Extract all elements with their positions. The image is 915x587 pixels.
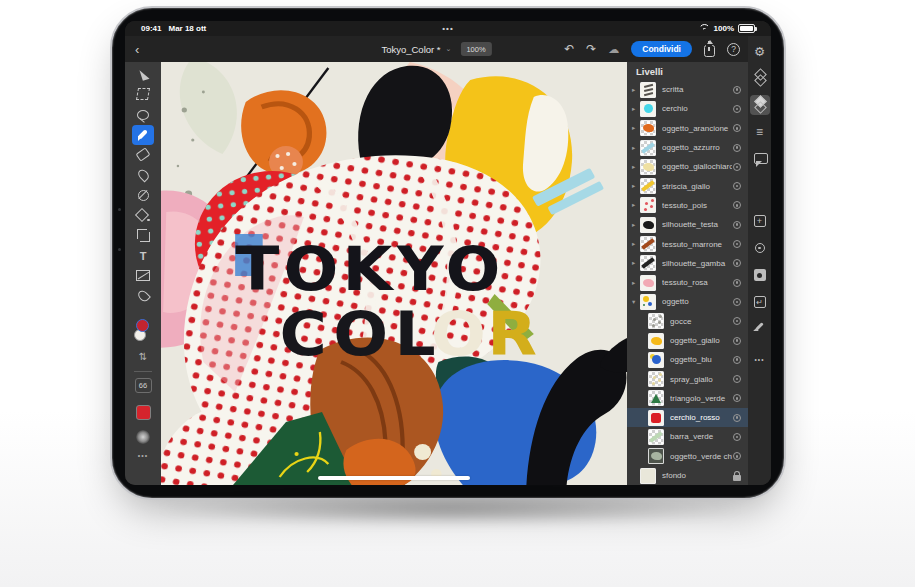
eyedropper-tool[interactable] bbox=[132, 286, 154, 306]
comments-icon[interactable] bbox=[750, 149, 770, 169]
move-tool[interactable] bbox=[132, 64, 154, 84]
lasso-tool[interactable] bbox=[132, 104, 154, 124]
visibility-eye-icon[interactable] bbox=[732, 239, 742, 249]
disclosure-icon[interactable]: ▸ bbox=[632, 105, 640, 113]
disclosure-icon[interactable]: ▸ bbox=[632, 163, 640, 171]
brush-preview[interactable] bbox=[136, 430, 150, 444]
layer-row-oggetto[interactable]: ▾oggetto bbox=[627, 292, 748, 311]
title-chevron-down-icon[interactable]: ⌄ bbox=[446, 45, 452, 53]
visibility-eye-icon[interactable] bbox=[732, 297, 742, 307]
layer-row-cerchio-rosso[interactable]: cerchio_rosso bbox=[627, 408, 748, 427]
thumbnail-shape bbox=[653, 318, 656, 321]
visibility-eye-icon[interactable] bbox=[732, 278, 742, 288]
layer-row-sfondo[interactable]: sfondo bbox=[627, 466, 748, 485]
multitask-dots-icon[interactable]: ••• bbox=[442, 24, 453, 33]
frame-tool[interactable] bbox=[132, 266, 154, 286]
layer-row-oggetto-verde-chiaro[interactable]: oggetto_verde chiaro bbox=[627, 447, 748, 466]
home-indicator[interactable] bbox=[318, 476, 470, 481]
toolbar-more-icon[interactable]: ••• bbox=[138, 452, 148, 459]
add-layer-icon[interactable]: + bbox=[750, 211, 770, 231]
layer-row-silhouette-gamba[interactable]: ▸silhouette_gamba bbox=[627, 254, 748, 273]
canvas[interactable]: TOKYO COL O R bbox=[161, 62, 627, 485]
export-share-icon[interactable] bbox=[704, 45, 715, 57]
foreground-color-swatch[interactable] bbox=[136, 319, 149, 332]
clip-mask-icon[interactable] bbox=[750, 319, 770, 339]
visibility-eye-icon[interactable] bbox=[732, 181, 742, 191]
disclosure-icon[interactable]: ▸ bbox=[632, 240, 640, 248]
disclosure-icon[interactable]: ▸ bbox=[632, 144, 640, 152]
adjustments-icon[interactable]: ≡ bbox=[750, 122, 770, 142]
layer-row-oggetto-azzurro[interactable]: ▸oggetto_azzurro bbox=[627, 138, 748, 157]
layer-row-oggetto-giallochiaro[interactable]: ▸oggetto_giallochiaro bbox=[627, 157, 748, 176]
visibility-eye-icon[interactable] bbox=[732, 104, 742, 114]
brush-tool[interactable] bbox=[132, 125, 154, 145]
disclosure-icon[interactable]: ▾ bbox=[632, 298, 640, 306]
visibility-eye-icon[interactable] bbox=[732, 316, 742, 326]
disclosure-icon[interactable]: ▸ bbox=[632, 124, 640, 132]
layer-visibility-icon[interactable] bbox=[750, 238, 770, 258]
brush-color-swatch[interactable] bbox=[136, 405, 151, 420]
visibility-eye-icon[interactable] bbox=[732, 220, 742, 230]
visibility-eye-icon[interactable] bbox=[732, 413, 742, 423]
place-icon[interactable]: ↵ bbox=[750, 292, 770, 312]
layer-row-striscia-giallo[interactable]: ▸striscia_giallo bbox=[627, 176, 748, 195]
layer-row-cerchio[interactable]: ▸cerchio bbox=[627, 99, 748, 118]
disclosure-icon[interactable]: ▸ bbox=[632, 182, 640, 190]
visibility-eye-icon[interactable] bbox=[732, 355, 742, 365]
undo-button[interactable]: ↶ bbox=[564, 43, 574, 55]
zoom-level-badge[interactable]: 100% bbox=[460, 42, 491, 56]
settings-icon[interactable]: ⚙ bbox=[750, 41, 770, 61]
color-wells[interactable] bbox=[133, 319, 153, 343]
visibility-eye-icon[interactable] bbox=[732, 374, 742, 384]
visibility-eye-icon[interactable] bbox=[732, 451, 742, 461]
layer-row-oggetto-blu[interactable]: oggetto_blu bbox=[627, 350, 748, 369]
eraser-tool[interactable] bbox=[132, 145, 154, 165]
layer-row-oggetto-giallo[interactable]: oggetto_giallo bbox=[627, 331, 748, 350]
disclosure-icon[interactable]: ▸ bbox=[632, 279, 640, 287]
layer-row-oggetto-arancione[interactable]: ▸oggetto_arancione bbox=[627, 119, 748, 138]
disclosure-icon[interactable]: ▸ bbox=[632, 259, 640, 267]
thumbnail-shape bbox=[649, 431, 663, 442]
layer-thumbnail bbox=[648, 371, 664, 387]
lock-icon[interactable] bbox=[733, 475, 741, 481]
visibility-eye-icon[interactable] bbox=[732, 200, 742, 210]
disclosure-icon[interactable]: ▸ bbox=[632, 86, 640, 94]
layer-row-silhouette-testa[interactable]: ▸silhouette_testa bbox=[627, 215, 748, 234]
layer-mask-icon[interactable] bbox=[750, 265, 770, 285]
more-icon[interactable]: ••• bbox=[750, 349, 770, 369]
layer-properties-icon[interactable] bbox=[750, 95, 770, 115]
redo-button[interactable]: ↷ bbox=[586, 43, 596, 55]
layers-panel: Livelli ▸scritta▸cerchio▸oggetto_arancio… bbox=[627, 62, 748, 485]
layer-row-scritta[interactable]: ▸scritta bbox=[627, 80, 748, 99]
disclosure-icon[interactable]: ▸ bbox=[632, 221, 640, 229]
visibility-eye-icon[interactable] bbox=[732, 432, 742, 442]
brush-size-indicator[interactable]: 66 bbox=[135, 378, 152, 393]
healing-tool[interactable] bbox=[132, 185, 154, 205]
fill-tool[interactable] bbox=[132, 205, 154, 225]
layer-row-spray-giallo[interactable]: spray_giallo bbox=[627, 369, 748, 388]
swap-colors-icon[interactable]: ⇅ bbox=[139, 351, 147, 362]
layer-row-tessuto-pois[interactable]: ▸tessuto_pois bbox=[627, 196, 748, 215]
visibility-eye-icon[interactable] bbox=[732, 143, 742, 153]
type-tool[interactable]: T bbox=[132, 246, 154, 266]
layer-row-gocce[interactable]: gocce bbox=[627, 312, 748, 331]
layer-row-barra-verde[interactable]: barra_verde bbox=[627, 427, 748, 446]
visibility-eye-icon[interactable] bbox=[732, 336, 742, 346]
crop-tool[interactable] bbox=[132, 226, 154, 246]
transform-tool[interactable] bbox=[132, 84, 154, 104]
help-button[interactable]: ? bbox=[727, 43, 740, 56]
share-button[interactable]: Condividi bbox=[631, 41, 692, 58]
visibility-eye-icon[interactable] bbox=[732, 258, 742, 268]
visibility-eye-icon[interactable] bbox=[732, 393, 742, 403]
layer-row-tessuto-marrone[interactable]: ▸tessuto_marrone bbox=[627, 234, 748, 253]
visibility-eye-icon[interactable] bbox=[732, 162, 742, 172]
layer-thumbnail bbox=[640, 178, 656, 194]
disclosure-icon[interactable]: ▸ bbox=[632, 201, 640, 209]
visibility-eye-icon[interactable] bbox=[732, 85, 742, 95]
visibility-eye-icon[interactable] bbox=[732, 123, 742, 133]
layer-row-tessuto-rosa[interactable]: ▸tessuto_rosa bbox=[627, 273, 748, 292]
layer-row-triangolo-verde[interactable]: triangolo_verde bbox=[627, 389, 748, 408]
smudge-tool[interactable] bbox=[132, 165, 154, 185]
layers-panel-icon[interactable] bbox=[750, 68, 770, 88]
back-button[interactable]: ‹ bbox=[135, 43, 139, 56]
